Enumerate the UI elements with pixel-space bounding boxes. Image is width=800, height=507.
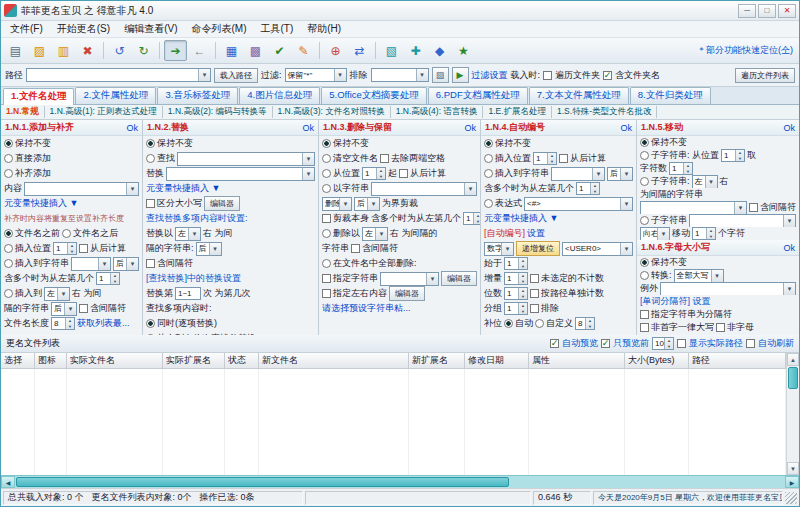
radio[interactable] [484, 199, 493, 208]
checkbox[interactable] [399, 169, 408, 178]
tab-text-attr[interactable]: 7.文本文件属性处理 [529, 87, 629, 104]
radio[interactable] [322, 154, 331, 163]
col-new-ext[interactable]: 新扩展名 [409, 353, 465, 369]
exclude-combo[interactable] [371, 68, 429, 82]
horizontal-scrollbar[interactable]: ◀ ▶ [1, 475, 799, 488]
combo[interactable]: 后 [113, 257, 139, 271]
editor-button[interactable]: 编辑器 [204, 196, 240, 211]
col-mod-date[interactable]: 修改日期 [465, 353, 529, 369]
radio[interactable] [4, 259, 13, 268]
menu-help[interactable]: 帮助(H) [300, 21, 348, 37]
panel-ok-button[interactable]: Ok [620, 123, 632, 133]
grid-icon[interactable]: ▧ [380, 40, 403, 61]
tab-filename[interactable]: 1.文件名处理 [3, 88, 74, 105]
radio[interactable] [484, 169, 493, 178]
case-combo[interactable]: 全部大写 [674, 269, 724, 282]
undo-icon[interactable]: ↺ [108, 40, 131, 61]
radio[interactable] [322, 184, 331, 193]
check-all-icon[interactable]: ✔ [268, 40, 291, 61]
settings-link[interactable]: 设置 [527, 227, 545, 240]
spinner[interactable]: 1 [96, 272, 120, 285]
combo[interactable] [380, 272, 439, 286]
radio[interactable] [640, 151, 649, 160]
col-new-name[interactable]: 新文件名 [259, 353, 409, 369]
spinner[interactable]: 1 [504, 257, 528, 270]
add-folder-icon[interactable]: ▥ [52, 40, 75, 61]
show-real-path-checkbox[interactable] [677, 339, 686, 348]
scroll-track[interactable] [15, 476, 785, 488]
checkbox[interactable] [146, 259, 155, 268]
start-rename-icon[interactable]: ➔ [164, 40, 187, 61]
expression-combo[interactable]: <#> [524, 197, 633, 211]
scroll-right-icon[interactable]: ▶ [785, 476, 799, 488]
var-insert-link[interactable]: 元变量快捷插入 ▼ [4, 197, 78, 210]
editor-button[interactable]: 编辑器 [441, 271, 477, 286]
checkbox[interactable] [716, 323, 725, 332]
col-icon[interactable]: 图标 [35, 353, 67, 369]
pin-icon[interactable]: ◆ [428, 40, 451, 61]
checkbox[interactable] [640, 323, 649, 332]
spinner[interactable]: 1 [504, 272, 528, 285]
checkbox[interactable] [79, 304, 88, 313]
menu-start-rename[interactable]: 开始更名(S) [50, 21, 117, 37]
combo[interactable]: 左 [175, 227, 201, 241]
open-folder-icon[interactable]: ▨ [28, 40, 51, 61]
combo[interactable] [689, 214, 796, 227]
scroll-track[interactable] [787, 366, 799, 462]
apply-filter-icon[interactable]: ▶ [452, 67, 469, 83]
user-var-combo[interactable]: <USER0> [562, 242, 633, 256]
checkbox[interactable] [351, 244, 360, 253]
scroll-thumb[interactable] [788, 367, 798, 389]
col-status[interactable]: 状态 [225, 353, 259, 369]
radio[interactable] [4, 154, 13, 163]
load-path-button[interactable]: 载入路径 [214, 68, 258, 83]
radio[interactable] [4, 139, 13, 148]
traverse-file-list-button[interactable]: 遍历文件列表 [735, 68, 795, 83]
col-real-name[interactable]: 实际文件名 [67, 353, 163, 369]
detail-view-icon[interactable]: ▩ [244, 40, 267, 61]
favorite-icon[interactable]: ★ [452, 40, 475, 61]
panel-ok-button[interactable]: Ok [126, 123, 138, 133]
panel-ok-button[interactable]: Ok [783, 123, 795, 133]
combo[interactable]: 后 [196, 242, 222, 256]
radio[interactable] [535, 319, 544, 328]
new-list-icon[interactable]: ▤ [4, 40, 27, 61]
combo[interactable] [551, 167, 605, 181]
subtab-regex[interactable]: 1.N.高级(1): 正则表达式处理 [45, 106, 163, 118]
radio[interactable] [504, 319, 513, 328]
checkbox[interactable] [640, 310, 649, 319]
menu-file[interactable]: 文件(F) [3, 21, 50, 37]
minimize-icon[interactable]: ─ [738, 4, 756, 18]
find-combo[interactable] [177, 152, 315, 166]
checkbox[interactable] [322, 274, 331, 283]
radio[interactable] [322, 229, 331, 238]
maximize-icon[interactable]: □ [758, 4, 776, 18]
radio[interactable] [146, 319, 155, 328]
traverse-folders-checkbox[interactable] [543, 71, 552, 80]
content-combo[interactable] [24, 182, 139, 196]
auto-refresh-checkbox[interactable] [746, 339, 755, 348]
resize-grip[interactable] [785, 492, 797, 504]
add-icon[interactable]: ✚ [404, 40, 427, 61]
tab-pdf-attr[interactable]: 6.PDF文档属性处理 [428, 87, 528, 104]
col-size[interactable]: 大小(Bytes) [625, 353, 689, 369]
subtab-encoding[interactable]: 1.N.高级(2): 编码与转换等 [163, 106, 273, 118]
spinner[interactable]: 1 [463, 212, 480, 225]
combo[interactable]: 左 [362, 227, 388, 241]
include-folder-name-checkbox[interactable] [603, 71, 612, 80]
filter-combo[interactable]: 保留"*" [285, 68, 347, 82]
subtab-language[interactable]: 1.N.高级(4): 语言转换 [391, 106, 484, 118]
radio[interactable] [4, 244, 13, 253]
radio[interactable] [146, 154, 155, 163]
panel-ok-button[interactable]: Ok [464, 123, 476, 133]
radio[interactable] [4, 229, 13, 238]
swap-icon[interactable]: ⇄ [348, 40, 371, 61]
spinner[interactable]: 1 [504, 302, 528, 315]
refresh-icon[interactable]: ↻ [132, 40, 155, 61]
radio[interactable] [146, 139, 155, 148]
table-body-empty[interactable] [1, 369, 786, 475]
path-combo[interactable] [26, 68, 211, 82]
radio[interactable] [322, 139, 331, 148]
checkbox[interactable] [146, 199, 155, 208]
editor-button[interactable]: 编辑器 [389, 286, 425, 301]
